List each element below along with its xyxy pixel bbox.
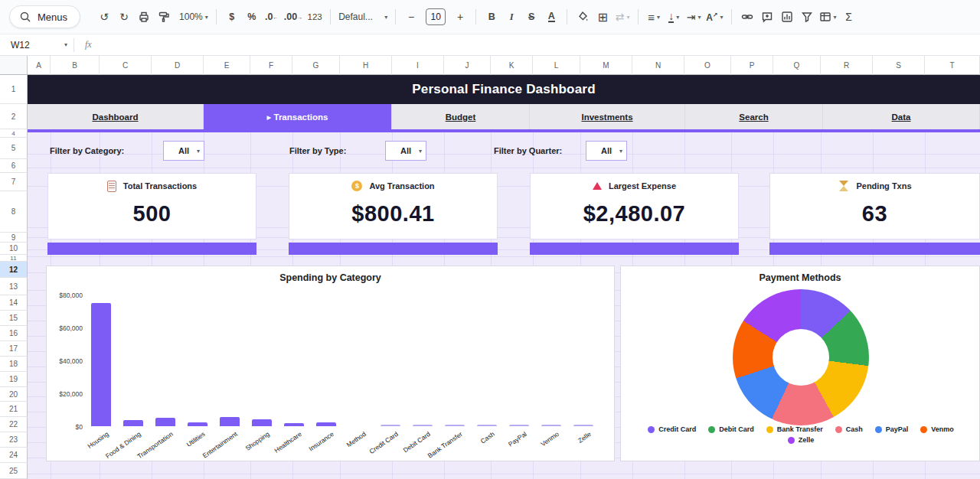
row-header[interactable]: 18 <box>0 357 28 372</box>
row-header[interactable]: 1 <box>0 75 28 104</box>
format-currency-button[interactable]: $ <box>222 6 242 28</box>
filter-dropdown[interactable]: All▾ <box>586 141 627 161</box>
row-header[interactable]: 17 <box>0 341 28 357</box>
format-percent-button[interactable]: % <box>242 6 262 28</box>
font-family-selector[interactable]: Defaul... ▾ <box>336 6 390 28</box>
row-header[interactable]: 22 <box>0 417 28 432</box>
filter-dropdown[interactable]: All▾ <box>163 141 204 161</box>
vertical-align-button[interactable]: ↓▾ <box>664 6 684 28</box>
row-header[interactable]: 21 <box>0 402 28 417</box>
row-header[interactable]: 16 <box>0 326 28 341</box>
row-header[interactable]: 6 <box>0 159 28 173</box>
column-header[interactable]: J <box>444 56 491 75</box>
row-header[interactable]: 4 <box>0 129 28 138</box>
tab-investments[interactable]: Investments <box>530 104 685 129</box>
column-header[interactable]: F <box>250 56 292 75</box>
tab-transactions[interactable]: ▸ Transactions <box>204 104 392 129</box>
legend-item: Cash <box>835 425 863 433</box>
row-header[interactable]: 19 <box>0 372 28 387</box>
row-header[interactable]: 9 <box>0 233 28 243</box>
redo-icon[interactable]: ↻ <box>114 6 134 28</box>
fill-color-button[interactable] <box>573 6 593 28</box>
text-wrap-button[interactable]: ⇥▾ <box>684 6 704 28</box>
column-header[interactable]: T <box>925 56 980 75</box>
column-header[interactable]: Q <box>773 56 821 75</box>
column-header[interactable]: R <box>821 56 873 75</box>
column-header[interactable]: C <box>100 56 152 75</box>
insert-chart-icon[interactable] <box>777 6 797 28</box>
horizontal-align-button[interactable]: ≡▾ <box>644 6 664 28</box>
table-views-button[interactable]: ▾ <box>817 6 839 28</box>
column-header[interactable]: I <box>392 56 444 75</box>
tab-budget[interactable]: Budget <box>392 104 530 129</box>
donut-chart[interactable]: Payment Methods Credit CardDebit CardBan… <box>620 266 980 461</box>
font-size-field[interactable]: 10 <box>426 8 446 25</box>
column-header[interactable]: D <box>152 56 204 75</box>
tab-search[interactable]: Search <box>685 104 823 129</box>
row-header[interactable]: 14 <box>0 295 28 311</box>
insert-link-icon[interactable] <box>737 6 757 28</box>
bold-button[interactable]: B <box>482 6 501 28</box>
strikethrough-button[interactable]: S <box>521 6 541 28</box>
y-axis-tick: $0 <box>47 423 83 431</box>
italic-button[interactable]: I <box>501 6 521 28</box>
sheet-canvas[interactable]: Personal Finance Dashboard Dashboard▸ Tr… <box>28 75 980 479</box>
functions-button[interactable]: Σ <box>839 6 859 28</box>
row-header[interactable]: 10 <box>0 243 28 255</box>
row-header[interactable]: 15 <box>0 311 28 326</box>
filter-icon[interactable] <box>797 6 817 28</box>
more-formats-button[interactable]: 123 <box>305 6 325 28</box>
zoom-control[interactable]: 100% ▾ <box>177 6 211 28</box>
row-header[interactable]: 13 <box>0 278 28 295</box>
chevron-down-icon: ▾ <box>197 148 200 155</box>
paint-format-icon[interactable] <box>154 6 174 28</box>
tab-data[interactable]: Data <box>823 104 980 129</box>
column-header[interactable]: M <box>580 56 632 75</box>
decrease-font-size-button[interactable]: − <box>401 6 421 28</box>
column-header[interactable]: B <box>51 56 100 75</box>
tab-dashboard[interactable]: Dashboard <box>28 104 204 129</box>
sheets-app: Menus ↺ ↻ 100% ▾ $ % .0← .00→ 123 Defaul… <box>0 0 980 479</box>
increase-font-size-button[interactable]: + <box>450 6 470 28</box>
row-header[interactable]: 25 <box>0 463 28 479</box>
column-header[interactable]: H <box>340 56 392 75</box>
undo-icon[interactable]: ↺ <box>94 6 114 28</box>
column-header[interactable]: L <box>533 56 580 75</box>
bar <box>155 418 175 426</box>
increase-decimal-button[interactable]: .00→ <box>282 6 305 28</box>
insert-comment-icon[interactable] <box>757 6 777 28</box>
print-icon[interactable] <box>134 6 154 28</box>
borders-button[interactable]: ⊞ <box>593 6 612 28</box>
column-header[interactable]: N <box>632 56 684 75</box>
chart-legend: Credit CardDebit CardBank TransferCashPa… <box>632 425 969 444</box>
row-header[interactable]: 5 <box>0 138 28 159</box>
name-box[interactable]: W12 ▾ <box>0 40 74 51</box>
text-color-button[interactable]: A <box>541 6 561 28</box>
column-header[interactable]: S <box>873 56 925 75</box>
row-header[interactable]: 24 <box>0 448 28 463</box>
bar-chart[interactable]: Spending by Category $0$20,000$40,000$60… <box>46 266 615 461</box>
column-header[interactable]: A <box>28 56 51 75</box>
row-header[interactable]: 11 <box>0 255 28 262</box>
column-header[interactable]: K <box>491 56 533 75</box>
y-axis-tick: $40,000 <box>47 357 83 365</box>
row-header[interactable]: 23 <box>0 432 28 448</box>
select-all-corner[interactable] <box>0 56 28 75</box>
legend-item: Credit Card <box>648 425 696 433</box>
filter-dropdown[interactable]: All▾ <box>385 141 426 161</box>
column-header[interactable]: O <box>684 56 731 75</box>
row-header[interactable]: 12 <box>0 262 28 278</box>
column-header[interactable]: P <box>731 56 773 75</box>
row-header[interactable]: 2 <box>0 104 28 129</box>
menus-search[interactable]: Menus <box>9 5 80 28</box>
row-header[interactable]: 20 <box>0 387 28 402</box>
bar <box>91 303 111 426</box>
row-header[interactable]: 7 <box>0 173 28 191</box>
column-header[interactable]: E <box>204 56 250 75</box>
kpi-card: Avg Transaction$800.41 <box>289 173 498 240</box>
text-rotation-button[interactable]: A▾ <box>704 6 725 28</box>
merge-cells-button[interactable]: ⇄▾ <box>612 6 632 28</box>
decrease-decimal-button[interactable]: .0← <box>262 6 282 28</box>
row-header[interactable]: 8 <box>0 191 28 233</box>
column-header[interactable]: G <box>292 56 340 75</box>
